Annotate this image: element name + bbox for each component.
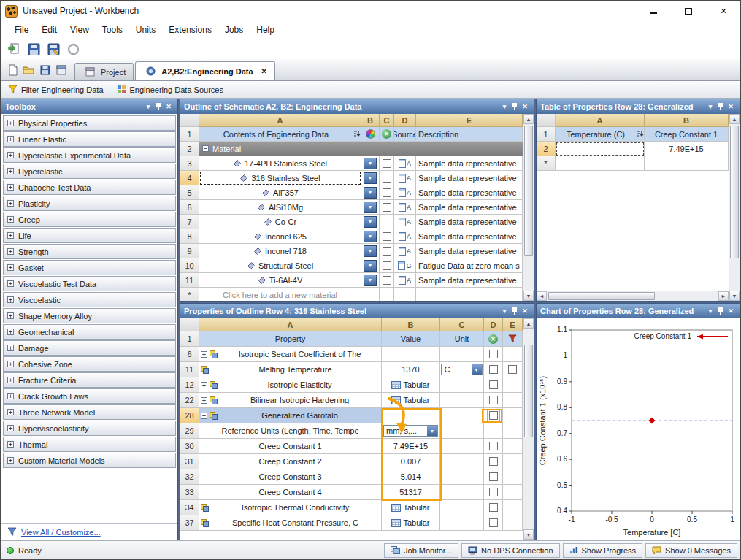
property-value-cell[interactable]: ▼ bbox=[382, 347, 440, 362]
dps-connection-button[interactable]: No DPS Connection bbox=[461, 543, 559, 558]
material-name-cell[interactable]: AlF357 bbox=[199, 185, 361, 200]
material-name-cell[interactable]: 17-4PH Stainless Steel bbox=[199, 156, 361, 171]
property-value-cell[interactable]: 51317 ▼ 51317 bbox=[382, 485, 440, 500]
engineering-data-sources-button[interactable]: Engineering Data Sources bbox=[114, 83, 229, 96]
expand-icon[interactable]: + bbox=[7, 248, 14, 255]
dropdown-button[interactable]: ▼ bbox=[364, 275, 377, 286]
panel-close-icon[interactable]: ✕ bbox=[164, 101, 174, 112]
property-unit-cell[interactable]: ▼ bbox=[440, 454, 484, 469]
import-icon[interactable] bbox=[7, 42, 21, 56]
creep-constant-header-cell[interactable]: Creep Constant 1 bbox=[645, 127, 729, 142]
refresh-cell[interactable]: ▼ bbox=[361, 156, 380, 171]
dropdown-button[interactable]: ▼ bbox=[364, 245, 377, 257]
expand-icon[interactable]: + bbox=[201, 382, 207, 388]
refresh-cell[interactable]: ▼ bbox=[361, 215, 380, 229]
toolbox-item[interactable]: + Linear Elastic bbox=[3, 131, 176, 147]
scroll-down-arrow[interactable]: ▼ bbox=[523, 291, 534, 301]
temperature-cell[interactable] bbox=[556, 142, 645, 156]
extra-cell[interactable] bbox=[503, 485, 523, 500]
checkbox[interactable] bbox=[489, 457, 498, 466]
temperature-cell[interactable] bbox=[556, 156, 645, 171]
material-row[interactable]: 9 Inconel 718 ▼ bbox=[180, 244, 523, 258]
pin-icon[interactable] bbox=[153, 101, 164, 112]
extra-cell[interactable] bbox=[503, 377, 523, 393]
property-row[interactable]: 28 − Generalized Garofalo bbox=[180, 408, 523, 423]
property-name-cell[interactable]: + Bilinear Isotropic Hardening bbox=[199, 393, 382, 408]
new-page-icon[interactable] bbox=[7, 64, 19, 76]
expand-icon[interactable]: + bbox=[7, 200, 14, 207]
description-cell[interactable]: Sample data representative bbox=[416, 185, 523, 200]
toolbox-item[interactable]: + Viscoelastic Test Data bbox=[3, 276, 176, 291]
dropdown-button[interactable]: ▼ bbox=[364, 158, 377, 169]
checkbox[interactable] bbox=[383, 261, 391, 270]
property-value-cell[interactable]: Tabular ▼ Tabular bbox=[382, 500, 440, 515]
source-cell[interactable]: A bbox=[394, 156, 416, 171]
suppress-cell[interactable] bbox=[484, 469, 503, 485]
property-unit-cell[interactable]: C ▼ bbox=[440, 362, 484, 377]
property-unit-cell[interactable]: ▼ bbox=[440, 515, 484, 531]
property-unit-cell[interactable]: ▼ bbox=[440, 408, 484, 423]
material-row[interactable]: 4 316 Stainless Steel ▼ bbox=[180, 171, 523, 185]
checkbox[interactable] bbox=[489, 518, 498, 527]
property-row[interactable]: 33 Creep Constant 4 bbox=[180, 485, 523, 500]
toolbox-item[interactable]: + Damage bbox=[3, 340, 176, 356]
toolbox-item[interactable]: + Strength bbox=[3, 244, 176, 259]
scroll-thumb[interactable] bbox=[524, 345, 533, 437]
property-row[interactable]: 30 Creep Constant 1 bbox=[180, 439, 523, 454]
extra-cell[interactable] bbox=[503, 408, 523, 423]
suppress-cell[interactable] bbox=[380, 185, 394, 200]
expand-icon[interactable]: + bbox=[201, 351, 207, 358]
vertical-scrollbar[interactable]: ▲ ▼ bbox=[523, 114, 534, 301]
refresh-cell[interactable]: ▼ bbox=[361, 244, 380, 258]
sort-icon[interactable] bbox=[636, 130, 644, 138]
toolbox-item[interactable]: + Custom Material Models bbox=[3, 453, 176, 468]
checkbox[interactable] bbox=[489, 396, 498, 404]
menu-item[interactable]: Tools bbox=[96, 23, 129, 37]
extra-cell[interactable] bbox=[503, 347, 523, 362]
unit-dropdown[interactable]: C ▼ bbox=[441, 364, 482, 375]
checkbox[interactable] bbox=[383, 276, 391, 285]
property-name-cell[interactable]: Creep Constant 4 bbox=[199, 485, 382, 500]
property-value-cell[interactable]: mm, s,... ▼ mm, s,... bbox=[382, 423, 440, 439]
suppress-cell[interactable] bbox=[484, 393, 503, 408]
menu-item[interactable]: Units bbox=[129, 23, 162, 37]
property-value-cell[interactable]: 7.49E+15 ▼ 7.49E+15 bbox=[382, 439, 440, 454]
menu-item[interactable]: Help bbox=[250, 23, 281, 37]
menu-item[interactable]: Extensions bbox=[162, 23, 218, 37]
expand-icon[interactable]: + bbox=[7, 296, 14, 303]
checkbox[interactable] bbox=[489, 350, 498, 358]
scroll-thumb[interactable] bbox=[548, 292, 655, 300]
panel-menu-icon[interactable]: ▾ bbox=[705, 306, 715, 316]
property-value-cell[interactable]: Tabular ▼ Tabular bbox=[382, 393, 440, 408]
expand-icon[interactable]: + bbox=[7, 377, 14, 383]
scroll-left-arrow[interactable]: ◄ bbox=[537, 291, 547, 301]
description-cell[interactable]: Sample data representative bbox=[416, 156, 523, 171]
property-unit-cell[interactable]: ▼ bbox=[440, 377, 484, 393]
toolbox-item[interactable]: + Chaboche Test Data bbox=[3, 180, 176, 195]
checkbox[interactable] bbox=[383, 174, 391, 183]
refresh-cell[interactable]: ▼ bbox=[361, 273, 380, 288]
sort-icon[interactable] bbox=[353, 130, 361, 138]
tab-project[interactable]: Project bbox=[74, 63, 134, 80]
panel-menu-icon[interactable]: ▾ bbox=[705, 101, 715, 112]
extra-cell[interactable] bbox=[503, 362, 523, 377]
toolbox-item[interactable]: + Life bbox=[3, 228, 176, 243]
expand-icon[interactable]: + bbox=[7, 329, 14, 335]
scroll-thumb[interactable] bbox=[730, 126, 739, 258]
suppress-cell[interactable] bbox=[484, 439, 503, 454]
panel-close-icon[interactable]: ✕ bbox=[520, 101, 530, 112]
refresh-cell[interactable]: ▼ bbox=[361, 200, 380, 215]
maximize-button[interactable] bbox=[683, 7, 694, 15]
menu-item[interactable]: File bbox=[8, 23, 35, 37]
dropdown-button[interactable]: ▼ bbox=[364, 202, 377, 213]
horizontal-scrollbar[interactable]: ◄ ► bbox=[537, 291, 729, 301]
checkbox[interactable] bbox=[383, 218, 391, 226]
suppress-cell[interactable] bbox=[484, 408, 503, 423]
checkbox[interactable] bbox=[489, 488, 498, 496]
save-as-icon[interactable] bbox=[46, 42, 61, 56]
dropdown-button[interactable]: ▼ bbox=[364, 172, 377, 184]
toolbox-item[interactable]: + Plasticity bbox=[3, 196, 176, 211]
suppress-cell[interactable] bbox=[484, 362, 503, 377]
source-cell[interactable]: A bbox=[394, 185, 416, 200]
property-unit-cell[interactable]: ▼ bbox=[440, 347, 484, 362]
